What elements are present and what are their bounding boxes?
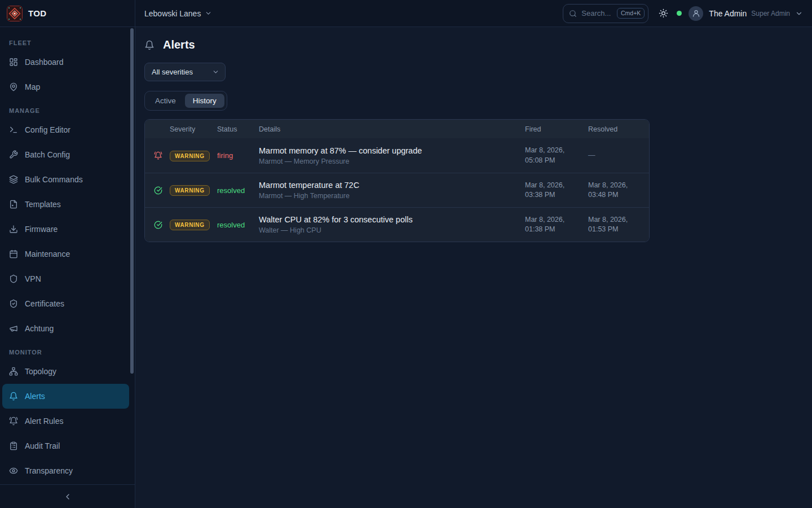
column-header-fired: Fired	[525, 125, 588, 133]
terminal-icon	[9, 125, 18, 134]
search-placeholder: Search...	[581, 9, 612, 17]
sidebar-item-audit-trail[interactable]: Audit Trail	[2, 433, 129, 458]
sidebar-scrollbar[interactable]	[130, 28, 134, 374]
user-role-badge: Super Admin	[751, 10, 790, 17]
alert-title: Marmot memory at 87% — consider upgrade	[259, 146, 525, 155]
chevron-down-icon	[795, 10, 803, 17]
chevron-down-icon	[212, 68, 219, 76]
alerts-tab-group: Active History	[144, 91, 227, 111]
fired-time: Mar 8, 2026, 05:08 PM	[525, 146, 588, 165]
sidebar-item-label: Firmware	[25, 225, 58, 234]
sidebar-item-label: Alert Rules	[25, 417, 63, 426]
column-header-severity: Severity	[170, 125, 217, 133]
column-header-resolved: Resolved	[588, 125, 649, 133]
site-selector[interactable]: Lebowski Lanes	[144, 9, 212, 18]
sidebar-nav: FLEET Dashboard Map MANAGE Config Editor	[0, 27, 135, 484]
sidebar-item-label: Config Editor	[25, 125, 70, 134]
resolved-time: Mar 8, 2026, 01:53 PM	[588, 215, 649, 235]
file-icon	[9, 200, 18, 209]
search-icon	[569, 10, 577, 17]
sidebar-item-label: Achtung	[25, 324, 54, 333]
user-icon	[692, 9, 700, 17]
sidebar-item-label: Bulk Commands	[25, 175, 83, 184]
status-text: firing	[217, 151, 259, 160]
network-icon	[9, 367, 18, 376]
alert-details: Marmot memory at 87% — consider upgrade …	[259, 146, 525, 165]
map-pin-icon	[9, 82, 18, 91]
sidebar-item-firmware[interactable]: Firmware	[2, 217, 129, 242]
main-content: Alerts All severities Active History Sev…	[135, 27, 812, 508]
layers-icon	[9, 175, 18, 184]
bell-ring-icon	[9, 417, 18, 426]
bell-ring-icon	[145, 151, 170, 160]
alert-subtitle: Marmot — Memory Pressure	[259, 157, 525, 165]
avatar[interactable]	[689, 6, 703, 21]
severity-badge: WARNING	[170, 151, 210, 161]
bell-icon	[144, 40, 155, 50]
sidebar-item-topology[interactable]: Topology	[2, 359, 129, 384]
severity-badge: WARNING	[170, 185, 210, 196]
download-icon	[9, 225, 18, 234]
fired-time: Mar 8, 2026, 03:38 PM	[525, 181, 588, 200]
sidebar-item-label: Topology	[25, 367, 56, 376]
page-header: Alerts	[144, 38, 803, 51]
table-row[interactable]: WARNING firing Marmot memory at 87% — co…	[145, 138, 649, 173]
sidebar-item-vpn[interactable]: VPN	[2, 266, 129, 291]
table-row[interactable]: WARNING resolved Marmot temperature at 7…	[145, 173, 649, 207]
chevron-left-icon	[63, 492, 72, 501]
alert-subtitle: Marmot — High Temperature	[259, 192, 525, 200]
sidebar-item-label: Transparency	[25, 466, 73, 475]
alert-details: Marmot temperature at 72C Marmot — High …	[259, 181, 525, 200]
sidebar-item-label: Map	[25, 82, 40, 91]
alerts-table: Severity Status Details Fired Resolved W…	[144, 119, 650, 242]
sidebar-section-fleet: FLEET	[0, 32, 135, 50]
sidebar-item-bulk-commands[interactable]: Bulk Commands	[2, 167, 129, 192]
sidebar-item-label: Templates	[25, 200, 61, 209]
sidebar-item-label: Batch Config	[25, 150, 70, 159]
check-circle-icon	[145, 186, 170, 195]
user-menu-button[interactable]	[795, 10, 803, 17]
sidebar-item-label: Audit Trail	[25, 441, 60, 450]
brand-logo-icon[interactable]	[7, 6, 23, 21]
sidebar-collapse-button[interactable]	[0, 484, 135, 508]
shield-icon	[9, 274, 18, 283]
sidebar-item-transparency[interactable]: Transparency	[2, 458, 129, 483]
theme-toggle-button[interactable]	[659, 8, 668, 18]
dashboard-icon	[9, 58, 18, 67]
sidebar-item-dashboard[interactable]: Dashboard	[2, 50, 129, 75]
connection-status-dot	[677, 11, 682, 16]
sidebar-item-alert-rules[interactable]: Alert Rules	[2, 409, 129, 433]
shield-check-icon	[9, 299, 18, 308]
sidebar-item-config-editor[interactable]: Config Editor	[2, 117, 129, 142]
topbar-main: Lebowski Lanes Search... Cmd+K The Admin…	[135, 0, 812, 27]
sidebar-item-batch-config[interactable]: Batch Config	[2, 142, 129, 167]
eye-icon	[9, 466, 18, 475]
sidebar-item-label: Maintenance	[25, 249, 70, 259]
topbar: TOD Lebowski Lanes Search... Cmd+K	[0, 0, 812, 27]
sidebar-item-achtung[interactable]: Achtung	[2, 316, 129, 341]
app-shell: FLEET Dashboard Map MANAGE Config Editor	[0, 27, 812, 508]
tab-history[interactable]: History	[185, 94, 224, 108]
severity-badge: WARNING	[170, 220, 210, 230]
calendar-icon	[9, 249, 18, 259]
megaphone-icon	[9, 324, 18, 333]
sidebar-item-label: Dashboard	[25, 58, 64, 67]
brand: TOD	[0, 0, 135, 27]
sidebar-item-certificates[interactable]: Certificates	[2, 291, 129, 316]
alert-details: Walter CPU at 82% for 3 consecutive poll…	[259, 215, 525, 234]
tab-active[interactable]: Active	[147, 94, 184, 108]
sidebar-section-manage: MANAGE	[0, 99, 135, 117]
site-selector-label: Lebowski Lanes	[144, 9, 201, 18]
wrench-icon	[9, 150, 18, 159]
column-header-details: Details	[259, 125, 525, 133]
resolved-time: —	[588, 151, 649, 161]
sidebar-item-alerts[interactable]: Alerts	[2, 384, 129, 409]
sidebar-item-templates[interactable]: Templates	[2, 192, 129, 217]
user-name: The Admin	[709, 9, 747, 18]
severity-filter-select[interactable]: All severities	[144, 63, 226, 81]
table-row[interactable]: WARNING resolved Walter CPU at 82% for 3…	[145, 207, 649, 242]
sidebar-item-maintenance[interactable]: Maintenance	[2, 242, 129, 266]
search-input[interactable]: Search... Cmd+K	[563, 4, 648, 23]
sidebar-section-monitor: MONITOR	[0, 341, 135, 359]
sidebar-item-map[interactable]: Map	[2, 75, 129, 99]
